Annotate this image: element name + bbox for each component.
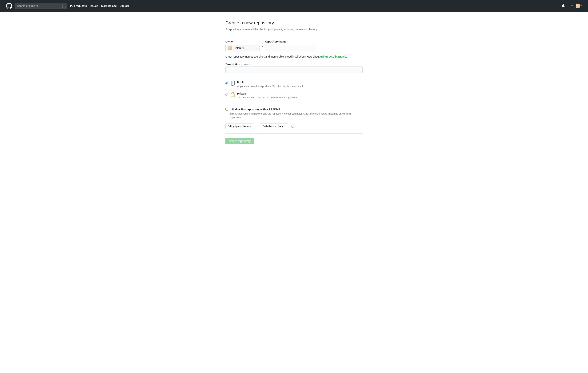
chevron-down-icon <box>580 6 582 6</box>
description-input[interactable] <box>225 66 363 73</box>
svg-rect-6 <box>231 94 234 97</box>
slash-shortcut-icon: / <box>62 4 66 8</box>
visibility-private-desc: You choose who can see and commit to thi… <box>237 96 297 99</box>
svg-point-8 <box>232 96 232 96</box>
license-dropdown[interactable]: Add a license: None <box>260 123 288 129</box>
visibility-public-title: Public <box>237 80 304 84</box>
bell-icon <box>562 4 565 7</box>
chevron-down-icon <box>284 126 286 127</box>
primary-nav: Pull requests Issues Marketplace Explore <box>70 4 133 8</box>
svg-point-11 <box>293 125 293 126</box>
slash-separator: / <box>262 44 263 51</box>
visibility-private-title: Private <box>237 92 297 96</box>
page-subtitle: A repository contains all the files for … <box>225 27 363 32</box>
optional-tag: (optional) <box>241 63 250 66</box>
svg-point-7 <box>232 95 232 95</box>
owner-avatar <box>228 46 232 50</box>
description-label: Description (optional) <box>225 63 250 66</box>
info-icon <box>291 125 294 128</box>
chevron-down-icon <box>571 6 573 6</box>
owner-select[interactable]: Helen C <box>225 45 260 51</box>
owner-label: Owner <box>225 40 260 44</box>
create-repository-button[interactable]: Create repository <box>225 138 254 144</box>
visibility-public-option[interactable]: Public Anyone can see this repository. Y… <box>225 80 363 88</box>
init-readme-checkbox[interactable] <box>225 108 228 110</box>
user-menu[interactable] <box>576 4 582 8</box>
visibility-private-option[interactable]: Private You choose who can see and commi… <box>225 92 363 99</box>
hint-suffix: . <box>346 55 347 58</box>
add-dropdown[interactable] <box>568 5 573 7</box>
github-mark-icon <box>6 3 12 9</box>
avatar <box>576 4 580 8</box>
owner-name: Helen C <box>234 46 256 50</box>
chevron-down-icon <box>256 48 257 48</box>
gitignore-dropdown[interactable]: Add .gitignore: None <box>225 123 254 129</box>
svg-point-3 <box>232 82 232 82</box>
nav-explore[interactable]: Explore <box>120 4 129 8</box>
github-logo[interactable] <box>6 3 12 9</box>
name-hint: Great repository names are short and mem… <box>225 55 363 59</box>
page-title: Create a new repository <box>225 20 363 26</box>
svg-point-4 <box>232 82 232 83</box>
visibility-private-radio[interactable] <box>225 93 228 96</box>
init-readme-label: Initialize this repository with a README <box>230 108 357 111</box>
visibility-public-radio[interactable] <box>225 82 228 84</box>
init-readme-desc: This will let you immediately clone the … <box>230 112 357 119</box>
hint-prefix: Great repository names are short and mem… <box>225 55 320 58</box>
global-header: / Pull requests Issues Marketplace Explo… <box>0 0 588 12</box>
chevron-down-icon <box>250 126 251 127</box>
divider <box>225 133 363 134</box>
search-wrap: / <box>15 3 67 9</box>
svg-rect-0 <box>231 81 234 85</box>
notifications-button[interactable] <box>562 4 565 7</box>
search-input[interactable] <box>15 3 67 9</box>
repo-name-label: Repository name <box>265 40 316 44</box>
plus-icon <box>568 5 570 7</box>
nav-issues[interactable]: Issues <box>90 4 98 8</box>
visibility-public-desc: Anyone can see this repository. You choo… <box>237 84 304 88</box>
lock-icon <box>230 92 236 97</box>
repo-name-input[interactable] <box>265 45 316 51</box>
svg-rect-2 <box>232 85 233 86</box>
nav-pull-requests[interactable]: Pull requests <box>70 4 87 8</box>
nav-marketplace[interactable]: Marketplace <box>101 4 117 8</box>
license-info-button[interactable] <box>291 125 294 128</box>
svg-point-5 <box>232 83 232 84</box>
divider <box>257 124 257 128</box>
main-content: Create a new repository A repository con… <box>221 12 367 156</box>
suggested-name-link[interactable]: urban-octo-barnacle <box>320 55 346 58</box>
repo-icon <box>230 80 236 86</box>
